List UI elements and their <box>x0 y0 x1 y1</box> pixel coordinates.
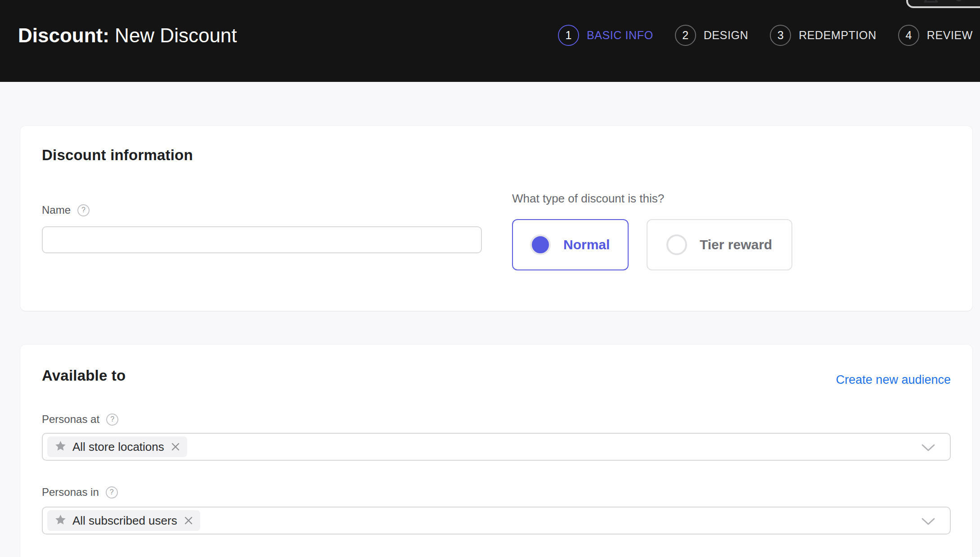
star-icon <box>54 440 67 454</box>
page-title-rest: New Discount <box>109 24 237 46</box>
help-icon[interactable]: ? <box>106 413 118 426</box>
step-redemption[interactable]: 3 REDEMPTION <box>770 25 877 46</box>
radio-option-label: Normal <box>563 237 610 252</box>
personas-at-label: Personas at <box>42 413 99 426</box>
step-label: DESIGN <box>704 29 748 42</box>
step-label: REDEMPTION <box>799 29 877 42</box>
discount-type-question: What type of discount is this? <box>512 192 664 206</box>
personas-at-label-row: Personas at ? <box>42 413 118 426</box>
help-icon[interactable]: ? <box>106 486 118 499</box>
step-review[interactable]: 4 REVIEW <box>898 25 973 46</box>
step-label: REVIEW <box>927 29 973 42</box>
page-title-prefix: Discount: <box>18 24 109 46</box>
radio-selected-icon <box>530 234 551 255</box>
radio-option-label: Tier reward <box>700 237 772 252</box>
step-label: BASIC INFO <box>587 29 653 42</box>
step-design[interactable]: 2 DESIGN <box>675 25 748 46</box>
tag-chip: All subscribed users <box>47 510 200 531</box>
available-to-card: Available to Create new audience Persona… <box>20 345 972 557</box>
personas-in-select[interactable]: All subscribed users <box>42 507 951 535</box>
section-heading-discount-information: Discount information <box>42 147 193 164</box>
star-icon <box>54 514 67 528</box>
discount-name-input[interactable] <box>42 226 482 253</box>
app-header: Discount: New Discount 1 BASIC INFO 2 DE… <box>0 0 980 82</box>
personas-in-label: Personas in <box>42 486 99 499</box>
radio-option-tier-reward[interactable]: Tier reward <box>647 219 792 270</box>
name-field-label: Name <box>42 204 71 216</box>
tag-label: All subscribed users <box>72 514 177 528</box>
personas-at-select[interactable]: All store locations <box>42 433 951 461</box>
wizard-stepper: 1 BASIC INFO 2 DESIGN 3 REDEMPTION 4 REV… <box>558 25 973 46</box>
help-icon[interactable]: ? <box>77 204 90 216</box>
step-number-circle: 4 <box>898 25 919 46</box>
remove-tag-icon[interactable] <box>184 516 193 525</box>
discount-information-card: Discount information Name ? What type of… <box>20 126 972 311</box>
step-number-circle: 1 <box>558 25 579 46</box>
triangle-icon[interactable] <box>922 0 940 3</box>
radio-unselected-icon <box>666 234 687 255</box>
radio-option-normal[interactable]: Normal <box>512 219 629 270</box>
page-title: Discount: New Discount <box>18 26 237 45</box>
personas-in-label-row: Personas in ? <box>42 486 118 499</box>
remove-tag-icon[interactable] <box>171 442 180 451</box>
chevron-down-icon <box>921 444 935 454</box>
floating-toolbar-cutoff[interactable] <box>906 0 980 8</box>
step-number-circle: 2 <box>675 25 696 46</box>
step-number-circle: 3 <box>770 25 791 46</box>
discount-type-options: Normal Tier reward <box>512 219 792 270</box>
create-new-audience-link[interactable]: Create new audience <box>836 373 951 387</box>
sliders-icon[interactable] <box>952 0 971 3</box>
tag-chip: All store locations <box>47 436 187 457</box>
section-heading-available-to: Available to <box>42 367 126 384</box>
step-basic-info[interactable]: 1 BASIC INFO <box>558 25 653 46</box>
chevron-down-icon <box>921 517 935 528</box>
name-label-row: Name ? <box>42 204 90 216</box>
tag-label: All store locations <box>72 440 164 454</box>
